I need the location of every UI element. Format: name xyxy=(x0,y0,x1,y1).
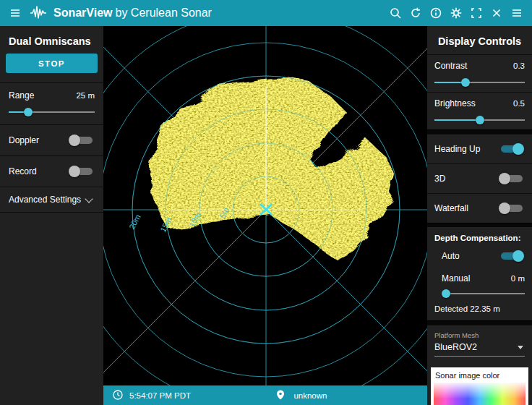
heading-up-row: Heading Up xyxy=(427,134,532,163)
depth-manual-row: Manual 0 m xyxy=(427,268,532,289)
platform-mesh-value: BlueROV2 xyxy=(434,342,477,352)
doppler-label: Doppler xyxy=(9,135,39,145)
close-icon[interactable] xyxy=(487,4,506,22)
range-value: 25 m xyxy=(76,91,95,100)
sonar-canvas[interactable]: 20m 15m 10m 5m xyxy=(103,26,427,385)
depth-manual-slider[interactable] xyxy=(442,289,525,299)
contrast-section: Contrast 0.3 xyxy=(427,54,532,92)
3d-row: 3D xyxy=(427,163,532,193)
heading-up-toggle[interactable] xyxy=(499,142,525,156)
overflow-menu-icon[interactable] xyxy=(507,4,526,22)
depth-auto-row: Auto xyxy=(427,244,532,268)
platform-mesh-section: Platform Mesh BlueROV2 xyxy=(427,325,532,363)
top-bar-actions xyxy=(386,4,526,22)
range-slider[interactable] xyxy=(9,107,95,117)
depth-auto-toggle[interactable] xyxy=(499,249,525,263)
status-location: unknown xyxy=(293,391,327,400)
brightness-label: Brightness xyxy=(434,98,476,108)
waterfall-row: Waterfall xyxy=(427,193,532,223)
brightness-section: Brightness 0.5 xyxy=(427,92,532,129)
right-panel-title: Display Controls xyxy=(427,26,532,54)
sonar-color-label: Sonar image color xyxy=(434,370,525,383)
brightness-slider-thumb[interactable] xyxy=(476,116,484,124)
dropdown-caret-icon xyxy=(518,346,523,349)
app-window: SonarViewby Cerulean Sonar xyxy=(0,0,532,405)
depth-manual-value: 0 m xyxy=(511,274,525,283)
sonar-color-picker[interactable] xyxy=(434,383,525,405)
location-pin-icon xyxy=(275,389,286,402)
settings-gear-icon[interactable] xyxy=(447,4,466,22)
record-toggle[interactable] xyxy=(69,164,95,179)
record-label: Record xyxy=(9,166,37,176)
platform-mesh-label: Platform Mesh xyxy=(434,331,525,339)
sonar-returns xyxy=(149,80,395,259)
contrast-slider[interactable] xyxy=(434,77,525,88)
ring-label-20m: 20m xyxy=(127,213,142,231)
brightness-slider[interactable] xyxy=(434,115,525,125)
sonarview-logo-waveform-icon xyxy=(29,4,48,22)
left-panel-title: Dual Omniscans xyxy=(0,26,103,54)
depth-auto-label: Auto xyxy=(442,251,460,261)
heading-up-label: Heading Up xyxy=(434,144,480,154)
info-icon[interactable] xyxy=(426,4,445,22)
range-slider-thumb[interactable] xyxy=(24,108,33,116)
3d-label: 3D xyxy=(434,174,445,184)
waterfall-label: Waterfall xyxy=(434,203,468,213)
depth-manual-slider-thumb[interactable] xyxy=(442,289,450,298)
top-bar: SonarViewby Cerulean Sonar xyxy=(0,0,532,26)
sonar-color-card: Sonar image color xyxy=(431,367,528,405)
stop-button[interactable]: STOP xyxy=(6,54,98,73)
search-icon[interactable] xyxy=(386,4,405,22)
clock-icon xyxy=(112,389,124,402)
left-panel: Dual Omniscans STOP Range 25 m Doppler xyxy=(0,26,103,405)
contrast-slider-thumb[interactable] xyxy=(461,78,470,87)
app-title-bold: SonarView xyxy=(53,7,113,19)
status-time: 5:54:07 PM PDT xyxy=(129,391,191,400)
range-label: Range xyxy=(9,90,34,101)
depth-manual-label: Manual xyxy=(442,273,470,284)
status-bar: 5:54:07 PM PDT unknown xyxy=(103,385,427,405)
refresh-icon[interactable] xyxy=(406,4,425,22)
advanced-settings-label: Advanced Settings xyxy=(9,195,81,205)
platform-mesh-select[interactable]: BlueROV2 xyxy=(434,339,525,357)
record-row: Record xyxy=(0,155,103,187)
fullscreen-icon[interactable] xyxy=(467,4,486,22)
advanced-settings-row[interactable]: Advanced Settings xyxy=(0,187,103,212)
brightness-value: 0.5 xyxy=(513,99,525,108)
waterfall-toggle[interactable] xyxy=(499,201,525,216)
app-title: SonarViewby Cerulean Sonar xyxy=(53,7,212,20)
3d-toggle[interactable] xyxy=(499,171,525,186)
doppler-row: Doppler xyxy=(0,124,103,155)
range-section: Range 25 m xyxy=(0,82,103,124)
depth-detected-text: Detected 22.35 m xyxy=(427,299,532,320)
app-title-rest: by Cerulean Sonar xyxy=(116,7,212,19)
doppler-toggle[interactable] xyxy=(69,133,95,148)
menu-icon[interactable] xyxy=(6,4,25,22)
contrast-label: Contrast xyxy=(434,61,467,71)
contrast-value: 0.3 xyxy=(513,61,525,70)
sonar-display-area: 20m 15m 10m 5m 5:54:07 PM PDT xyxy=(103,26,427,405)
depth-compensation-title: Depth Compensation: xyxy=(427,227,532,244)
chevron-down-icon xyxy=(85,195,93,202)
right-panel: Display Controls Contrast 0.3 Brightness… xyxy=(427,26,532,405)
